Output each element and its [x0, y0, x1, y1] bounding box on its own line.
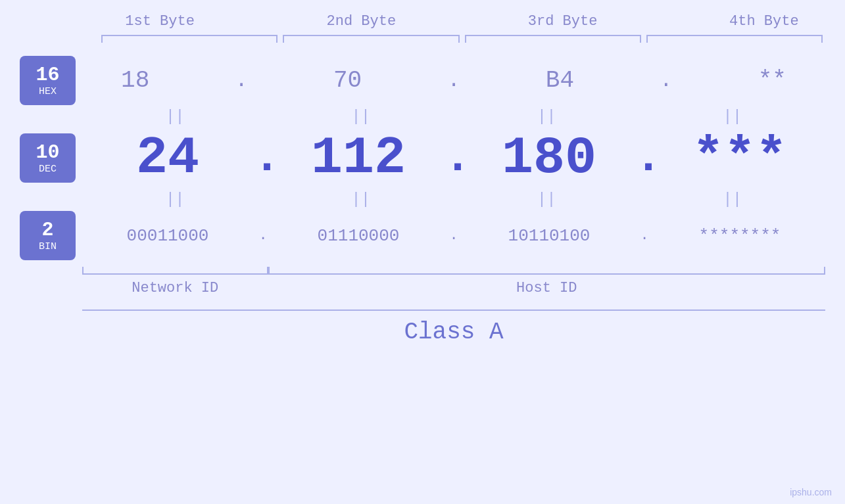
class-section: Class A [82, 309, 825, 346]
hex-b4: ** [719, 67, 825, 94]
bin-b1: 00011000 [82, 226, 253, 246]
bin-dot2: . [444, 227, 464, 244]
bracket-b4 [646, 35, 823, 43]
dec-dot2: . [444, 132, 464, 184]
class-bracket-line [82, 309, 825, 311]
network-bracket [82, 267, 268, 275]
hex-b3: B4 [507, 67, 613, 94]
class-a-label: Class A [82, 319, 825, 346]
dec-badge-label: DEC [39, 164, 57, 175]
hex-badge-label: HEX [39, 86, 57, 97]
eq7: || [454, 191, 640, 208]
bottom-section: Network ID Host ID [82, 267, 825, 296]
dec-badge-num: 10 [36, 142, 59, 164]
eq2: || [268, 108, 454, 126]
hex-b1: 18 [82, 67, 188, 94]
eq5: || [82, 191, 268, 208]
watermark: ipshu.com [790, 487, 832, 497]
bracket-b3 [465, 35, 641, 43]
dec-dot3: . [635, 132, 654, 184]
byte1-header: 1st Byte [59, 13, 260, 35]
main-container: 1st Byte 2nd Byte 3rd Byte 4th Byte 16 H… [0, 0, 845, 504]
hex-badge-num: 16 [36, 64, 59, 86]
bin-badge-num: 2 [41, 219, 53, 241]
dec-b2: 112 [273, 128, 444, 188]
host-id-label: Host ID [268, 280, 826, 296]
host-bracket [268, 267, 826, 275]
hex-values: 18 . 70 . B4 . ** [82, 67, 825, 94]
equals-row-2: || || || || [82, 188, 825, 211]
bin-dot1: . [253, 227, 273, 244]
bin-b3: 10110100 [464, 226, 635, 246]
dec-b3: 180 [464, 128, 635, 188]
hex-dot3: . [613, 68, 719, 93]
dec-row: 10 DEC 24 . 112 . 180 . *** [20, 128, 825, 188]
byte-headers-row: 1st Byte 2nd Byte 3rd Byte 4th Byte [59, 13, 845, 35]
hex-badge: 16 HEX [20, 56, 76, 105]
bottom-brackets-row [82, 267, 825, 275]
bin-badge-label: BIN [39, 241, 57, 252]
hex-b2: 70 [295, 67, 400, 94]
bin-row: 2 BIN 00011000 . 01110000 . 10110100 . *… [20, 211, 825, 260]
dec-b1: 24 [82, 128, 253, 188]
hex-row: 16 HEX 18 . 70 . B4 . ** [20, 56, 825, 105]
id-labels-row: Network ID Host ID [82, 280, 825, 296]
dec-values: 24 . 112 . 180 . *** [82, 128, 825, 188]
bracket-b1 [101, 35, 278, 43]
byte4-header: 4th Byte [664, 13, 845, 35]
hex-dot1: . [188, 68, 294, 93]
bin-values: 00011000 . 01110000 . 10110100 . *******… [82, 226, 825, 246]
bin-badge: 2 BIN [20, 211, 76, 260]
byte2-header: 2nd Byte [260, 13, 462, 35]
bracket-b2 [283, 35, 459, 43]
eq1: || [82, 108, 268, 126]
network-id-label: Network ID [82, 280, 268, 296]
dec-badge: 10 DEC [20, 133, 76, 183]
dec-dot1: . [253, 132, 273, 184]
eq4: || [640, 108, 826, 126]
dec-b4: *** [654, 128, 825, 188]
eq3: || [454, 108, 640, 126]
eq6: || [268, 191, 454, 208]
top-brackets [99, 35, 825, 43]
bin-dot3: . [635, 227, 654, 244]
bin-b4: ******** [654, 226, 825, 246]
eq8: || [640, 191, 826, 208]
bin-b2: 01110000 [273, 226, 444, 246]
hex-dot2: . [400, 68, 506, 93]
byte3-header: 3rd Byte [462, 13, 664, 35]
equals-row-1: || || || || [82, 105, 825, 128]
